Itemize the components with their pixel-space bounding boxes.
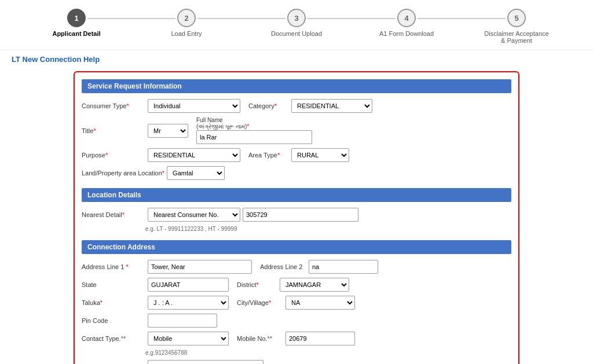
step-1-label: Applicant Detail <box>52 30 100 37</box>
email-input[interactable] <box>148 360 263 364</box>
nearest-value-input[interactable] <box>243 208 358 222</box>
state-label: State <box>82 281 145 288</box>
consumer-type-row: Consumer Type* Individual Company Govern… <box>82 99 511 113</box>
email-row: E-Mail Address** <box>82 360 511 364</box>
step-1: 1 Applicant Detail <box>21 9 131 37</box>
help-section: LT New Connection Help <box>0 50 593 68</box>
main-content: Service Request Information Consumer Typ… <box>0 68 593 364</box>
contact-type-row: Contact Type.** Mobile Landline Mobile N… <box>82 332 511 345</box>
pincode-label: Pin Code <box>82 317 145 324</box>
step-3: 3 Document Upload <box>241 9 352 37</box>
land-property-row: Land/Property area Location* Gamtal Othe… <box>82 166 511 180</box>
district-select[interactable]: JAMNAGAR RAJKOT SURAT <box>280 278 349 292</box>
step-4: 4 A1 Form Download <box>352 9 462 37</box>
step-3-label: Document Upload <box>271 30 322 37</box>
purpose-select[interactable]: RESIDENTIAL COMMERCIAL INDUSTRIAL <box>148 148 240 162</box>
land-property-label: Land/Property area Location* <box>82 170 164 177</box>
address2-label: Address Line 2 <box>260 263 306 270</box>
mobile-hint-row: e.g.9123456788 <box>145 350 511 356</box>
form-card: Service Request Information Consumer Typ… <box>74 71 519 364</box>
nearest-detail-select[interactable]: Nearest Consumer No. Nearest Transformer… <box>148 208 240 222</box>
address2-input[interactable] <box>309 260 378 274</box>
fullname-input[interactable] <box>196 130 312 144</box>
taluka-select[interactable]: J . : A . Other <box>148 296 229 310</box>
fullname-label: Full Name (અંગ્રેજીમાં પૂરૂ નામ)* <box>196 117 312 130</box>
title-label: Title* <box>82 127 145 134</box>
contact-type-label: Contact Type.** <box>82 335 145 342</box>
consumer-type-select[interactable]: Individual Company Government <box>148 99 240 113</box>
mobile-no-input[interactable] <box>285 332 355 345</box>
area-type-select[interactable]: RURAL URBAN <box>291 148 349 162</box>
address-lines-row: Address Line 1 * Address Line 2 <box>82 260 511 274</box>
nearest-detail-label: Nearest Detail* <box>82 211 145 218</box>
service-request-section: Service Request Information Consumer Typ… <box>82 79 511 180</box>
nearest-hint-row: e.g. LT - 99911122233 , HT - 99999 <box>145 226 511 232</box>
service-request-header: Service Request Information <box>82 79 511 93</box>
address1-label: Address Line 1 * <box>82 263 145 270</box>
location-details-section: Location Details Nearest Detail* Nearest… <box>82 188 511 232</box>
connection-address-header: Connection Address <box>82 240 511 254</box>
step-2: 2 Load Entry <box>131 9 241 37</box>
help-link[interactable]: LT New Connection Help <box>12 55 100 64</box>
step-3-circle: 3 <box>287 9 306 27</box>
nearest-detail-row: Nearest Detail* Nearest Consumer No. Nea… <box>82 208 511 222</box>
title-fullname-row: Title* Mr Mrs Ms Dr Full Name (અંગ્રેજીમ… <box>82 117 511 144</box>
pincode-row: Pin Code <box>82 314 511 328</box>
category-label: Category* <box>248 102 289 109</box>
step-5: 5 Disclaimer Acceptance & Payment <box>462 9 572 44</box>
category-select[interactable]: RESIDENTIAL COMMERCIAL INDUSTRIAL <box>291 99 372 113</box>
location-header: Location Details <box>82 188 511 202</box>
purpose-label: Purpose* <box>82 152 145 159</box>
consumer-type-label: Consumer Type* <box>82 102 145 109</box>
taluka-city-row: Taluka* J . : A . Other City/Village* NA… <box>82 296 511 310</box>
connection-address-section: Connection Address Address Line 1 * Addr… <box>82 240 511 364</box>
city-village-label: City/Village* <box>237 299 283 306</box>
step-1-circle: 1 <box>67 9 86 27</box>
taluka-label: Taluka* <box>82 299 145 306</box>
step-5-circle: 5 <box>507 9 526 27</box>
step-2-label: Load Entry <box>171 30 202 37</box>
steps-container: 1 Applicant Detail 2 Load Entry 3 Docume… <box>21 9 572 44</box>
city-village-select[interactable]: NA Other <box>285 296 355 310</box>
address1-input[interactable] <box>148 260 252 274</box>
state-district-row: State District* JAMNAGAR RAJKOT SURAT <box>82 278 511 292</box>
step-2-circle: 2 <box>177 9 196 27</box>
district-label: District* <box>237 281 277 288</box>
step-4-label: A1 Form Download <box>379 30 434 37</box>
mobile-hint: e.g.9123456788 <box>145 350 187 356</box>
step-navigation: 1 Applicant Detail 2 Load Entry 3 Docume… <box>0 0 593 50</box>
step-4-circle: 4 <box>397 9 416 27</box>
fullname-group: Full Name (અંગ્રેજીમાં પૂરૂ નામ)* <box>196 117 312 144</box>
land-property-select[interactable]: Gamtal Other <box>167 166 225 180</box>
mobile-no-label: Mobile No.** <box>237 335 283 342</box>
contact-type-select[interactable]: Mobile Landline <box>148 332 229 345</box>
title-select[interactable]: Mr Mrs Ms Dr <box>148 124 188 138</box>
nearest-hint: e.g. LT - 99911122233 , HT - 99999 <box>145 226 237 232</box>
area-type-label: Area Type* <box>248 152 289 159</box>
purpose-area-row: Purpose* RESIDENTIAL COMMERCIAL INDUSTRI… <box>82 148 511 162</box>
step-5-label: Disclaimer Acceptance & Payment <box>482 30 551 44</box>
state-input[interactable] <box>148 278 229 292</box>
pincode-input[interactable] <box>148 314 217 328</box>
